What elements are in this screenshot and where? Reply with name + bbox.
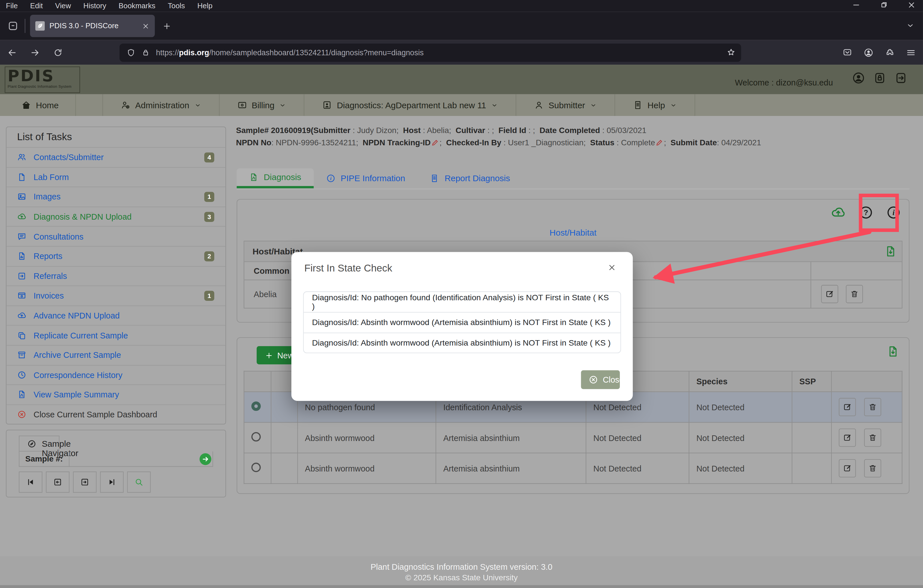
new-tab-icon[interactable]: [163, 21, 171, 30]
list-all-tabs-icon[interactable]: [906, 21, 915, 30]
back-icon[interactable]: [7, 47, 17, 57]
nav-billing[interactable]: Billing: [219, 94, 304, 116]
firefox-view-icon[interactable]: [7, 20, 19, 31]
sample-navigator-button[interactable]: Sample Navigator: [19, 436, 59, 452]
search-sample-button[interactable]: [127, 472, 151, 493]
modal-close-icon[interactable]: [608, 263, 616, 272]
info-circle-icon[interactable]: i: [886, 205, 902, 220]
arrow-right-square-icon: [80, 478, 89, 487]
download-icon[interactable]: [884, 245, 897, 258]
sidebar-item-images[interactable]: Images 1: [7, 187, 226, 206]
menu-history[interactable]: History: [84, 2, 106, 10]
info-value: : NPDN-9996-13524211;: [271, 138, 358, 147]
tab-close-icon[interactable]: [142, 22, 149, 30]
row-radio[interactable]: [251, 432, 261, 442]
close-window-icon[interactable]: [907, 0, 916, 10]
modal-message: Diagnosis/Id: Absinth wormwood (Artemisi…: [304, 332, 621, 353]
sidebar-item-label: View Sample Summary: [34, 390, 119, 399]
skip-start-icon: [26, 478, 35, 487]
modal-close-button[interactable]: Close: [581, 370, 619, 389]
nav-label: Help: [647, 100, 665, 110]
extensions-icon[interactable]: [885, 47, 895, 57]
diagnosis-name-cell: Absinth wormwood: [298, 453, 436, 483]
last-sample-button[interactable]: [100, 472, 124, 493]
minimize-icon[interactable]: [852, 0, 861, 10]
nav-diagnostics[interactable]: Diagnostics: AgDepartment Lab new 11: [304, 94, 516, 116]
sidebar-item-close-dashboard[interactable]: Close Current Sample Dashboard: [7, 404, 226, 424]
info-label: Submit Date: [671, 138, 717, 147]
profile-icon[interactable]: [852, 71, 866, 85]
npdn-upload-icon[interactable]: [831, 205, 846, 220]
tracking-shield-icon[interactable]: [126, 48, 135, 57]
sidebar-item-correspondence-history[interactable]: Correspondence History: [7, 365, 226, 384]
info-value: : ;: [485, 126, 494, 135]
restore-window-icon[interactable]: [879, 0, 888, 10]
tab-diagnosis[interactable]: Diagnosis: [237, 168, 314, 188]
edit-host-button[interactable]: [821, 285, 838, 303]
info-value: : Abelia;: [421, 126, 451, 135]
browser-tab[interactable]: PDIS 3.0 - PDISCore: [30, 15, 155, 37]
sample-number-input[interactable]: [69, 452, 213, 467]
sidebar-item-view-sample-summary[interactable]: View Sample Summary: [7, 384, 226, 404]
sidebar-item-diagnosis-npdn-upload[interactable]: Diagnosis & NPDN Upload 3: [7, 207, 226, 226]
next-sample-button[interactable]: [73, 472, 97, 493]
tab-report-diagnosis[interactable]: Report Diagnosis: [418, 168, 522, 188]
https-lock-icon[interactable]: [141, 48, 150, 57]
nav-home[interactable]: Home: [0, 94, 76, 116]
nav-help[interactable]: Help: [615, 94, 695, 116]
delete-diagnosis-button[interactable]: [864, 429, 881, 447]
nav-administration[interactable]: Administration: [103, 94, 219, 116]
first-sample-button[interactable]: [19, 472, 43, 493]
delete-diagnosis-button[interactable]: [864, 398, 881, 416]
sidebar-item-advance-npdn-upload[interactable]: Advance NPDN Upload: [7, 305, 226, 325]
download-icon[interactable]: [887, 345, 899, 358]
info-icon: i: [326, 174, 335, 183]
previous-sample-button[interactable]: [46, 472, 69, 493]
logo-subtext: Plant Diagnostic Information System: [8, 84, 77, 88]
sidebar-item-lab-form[interactable]: Lab Form: [7, 167, 226, 187]
hamburger-menu-icon[interactable]: [906, 47, 916, 57]
edit-diagnosis-button[interactable]: [839, 459, 856, 478]
address-bar[interactable]: https://pdis.org/home/sampledashboard/13…: [119, 43, 741, 62]
pocket-save-icon[interactable]: [843, 47, 852, 57]
nav-submitter[interactable]: Submitter: [516, 94, 615, 116]
menu-bookmarks[interactable]: Bookmarks: [118, 2, 155, 10]
delete-diagnosis-button[interactable]: [864, 459, 881, 478]
sidebar-item-consultations[interactable]: Consultations: [7, 226, 226, 246]
edit-pencil-icon[interactable]: [656, 139, 664, 147]
host-habitat-link[interactable]: Host/Habitat: [237, 228, 909, 237]
bookmark-star-icon[interactable]: [726, 47, 736, 57]
sidebar-item-reports[interactable]: Reports 2: [7, 246, 226, 266]
ssp-cell: [792, 453, 831, 483]
svg-text:i: i: [892, 208, 895, 217]
copy-icon: [17, 331, 26, 340]
tab-pipe-information[interactable]: i PIPE Information: [314, 168, 418, 188]
logout-icon[interactable]: [894, 71, 908, 85]
reload-icon[interactable]: [53, 47, 63, 57]
sidebar-item-invoices[interactable]: Invoices 1: [7, 286, 226, 305]
row-radio[interactable]: [251, 401, 261, 411]
menu-help[interactable]: Help: [197, 2, 212, 10]
delete-host-button[interactable]: [846, 285, 863, 303]
sidebar-item-archive-sample[interactable]: Archive Current Sample: [7, 345, 226, 365]
menu-view[interactable]: View: [55, 2, 71, 10]
menu-file[interactable]: File: [6, 2, 18, 10]
edit-diagnosis-button[interactable]: [839, 429, 856, 447]
modal-message-list: Diagnosis/Id: No pathogen found (Identif…: [303, 291, 621, 353]
edit-diagnosis-button[interactable]: [839, 398, 856, 416]
menu-edit[interactable]: Edit: [30, 2, 43, 10]
browser-toolbar: https://pdis.org/home/sampledashboard/13…: [0, 40, 923, 65]
edit-pencil-icon[interactable]: [431, 139, 439, 147]
go-sample-icon[interactable]: [199, 453, 211, 465]
forward-icon[interactable]: [30, 47, 40, 57]
sidebar-item-referrals[interactable]: Referrals: [7, 266, 226, 286]
help-question-icon[interactable]: ?: [858, 205, 874, 220]
sidebar-item-contacts-submitter[interactable]: Contacts/Submitter 4: [7, 147, 226, 167]
row-radio[interactable]: [251, 463, 261, 472]
sidebar-item-label: Archive Current Sample: [34, 350, 121, 360]
edit-icon: [843, 433, 852, 442]
sidebar-item-replicate-sample[interactable]: Replicate Current Sample: [7, 325, 226, 345]
account-icon[interactable]: [864, 47, 874, 57]
lock-account-icon[interactable]: [873, 71, 887, 85]
menu-tools[interactable]: Tools: [168, 2, 185, 10]
